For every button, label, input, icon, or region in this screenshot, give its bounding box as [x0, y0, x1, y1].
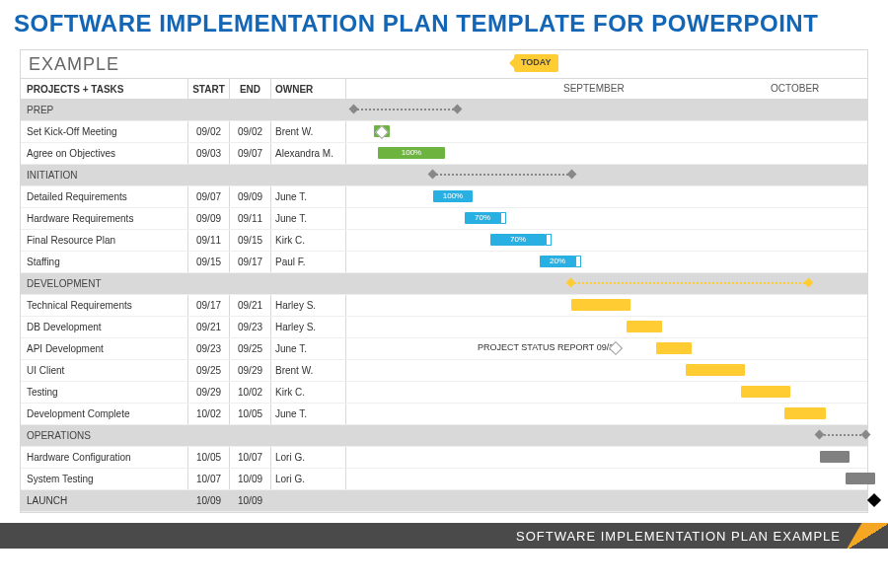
gantt-cell: 20%	[346, 252, 867, 272]
gantt-cell	[346, 100, 867, 120]
task-name: LAUNCH	[21, 490, 188, 511]
col-header-start: START	[188, 79, 230, 99]
task-owner: Harley S.	[271, 317, 346, 337]
gantt-cell: 70%	[346, 230, 867, 251]
summary-bar	[433, 174, 571, 176]
task-end: 09/21	[230, 295, 271, 316]
col-header-task: PROJECTS + TASKS	[21, 79, 188, 99]
gantt-bar	[627, 321, 662, 332]
task-end: 09/23	[230, 317, 271, 337]
task-start: 09/03	[188, 143, 230, 164]
gantt-bar	[571, 299, 630, 311]
task-name: DB Development	[21, 317, 188, 337]
footer-accent-icon	[847, 523, 888, 549]
task-start: 09/11	[188, 230, 230, 251]
task-end: 09/15	[230, 230, 271, 251]
gantt-cell	[346, 382, 867, 403]
milestone-icon	[867, 493, 881, 507]
today-marker: TODAY	[514, 54, 558, 72]
task-name: DEVELOPMENT	[21, 273, 188, 294]
task-owner: Brent W.	[271, 360, 346, 381]
gantt-area: 100%	[346, 143, 867, 164]
task-start: 09/09	[188, 208, 230, 229]
task-start	[188, 100, 230, 120]
gantt-bar	[846, 473, 875, 484]
task-start: 09/25	[188, 360, 230, 381]
task-end	[230, 273, 271, 294]
gantt-area	[346, 490, 867, 511]
status-report-label: PROJECT STATUS REPORT 09/20	[478, 342, 619, 352]
gantt-cell	[346, 165, 867, 185]
task-end: 10/09	[230, 490, 271, 511]
gantt-area	[346, 121, 867, 142]
task-name: Development Complete	[21, 404, 188, 424]
task-owner: Kirk C.	[271, 230, 346, 251]
task-row: Hardware Requirements09/0909/11June T.70…	[21, 208, 867, 230]
gantt-cell: 100%	[346, 143, 867, 164]
gantt-cell: 70%	[346, 208, 867, 229]
gantt-cell	[346, 447, 867, 468]
task-owner: Brent W.	[271, 121, 346, 142]
gantt-bar: 70%	[465, 212, 500, 224]
task-end: 10/05	[230, 404, 271, 424]
task-owner: June T.	[271, 338, 346, 359]
task-name: Testing	[21, 382, 188, 403]
task-owner: Harley S.	[271, 295, 346, 316]
task-owner: Paul F.	[271, 252, 346, 272]
gantt-bar-remaining	[575, 256, 581, 267]
gantt-area	[346, 404, 867, 424]
gantt-bar: 20%	[540, 256, 575, 267]
task-owner	[271, 425, 346, 446]
task-end	[230, 165, 271, 185]
task-end: 10/02	[230, 382, 271, 403]
gantt-bar-remaining	[500, 212, 506, 224]
task-row: Detailed Requirements09/0709/09June T.10…	[21, 186, 867, 208]
task-start: 09/15	[188, 252, 230, 272]
example-label: EXAMPLE	[21, 54, 346, 75]
gantt-area	[346, 165, 867, 185]
task-start: 09/29	[188, 382, 230, 403]
task-owner: Lori G.	[271, 447, 346, 468]
task-end: 09/02	[230, 121, 271, 142]
task-end: 09/11	[230, 208, 271, 229]
column-header-row: PROJECTS + TASKS START END OWNER SEPTEMB…	[21, 78, 867, 100]
gantt-cell	[346, 490, 867, 511]
timeline-header-zone: TODAY	[346, 50, 867, 78]
gantt-bar: 100%	[378, 147, 445, 159]
section-row: PREP	[21, 100, 867, 121]
task-owner	[271, 100, 346, 120]
task-start: 09/07	[188, 186, 230, 207]
task-row: Staffing09/1509/17Paul F.20%	[21, 252, 867, 273]
task-row: Technical Requirements09/1709/21Harley S…	[21, 295, 867, 317]
task-name: System Testing	[21, 469, 188, 489]
gantt-area	[346, 425, 867, 446]
task-start: 10/05	[188, 447, 230, 468]
task-name: PREP	[21, 100, 188, 120]
page-header: SOFTWARE IMPLEMENTATION PLAN TEMPLATE FO…	[0, 0, 888, 43]
gantt-area	[346, 317, 867, 337]
task-end	[230, 425, 271, 446]
task-owner: June T.	[271, 404, 346, 424]
gantt-area	[346, 469, 867, 489]
col-header-owner: OWNER	[271, 79, 346, 99]
task-end: 09/07	[230, 143, 271, 164]
gantt-area	[346, 295, 867, 316]
gantt-area: 70%	[346, 208, 867, 229]
task-name: Hardware Configuration	[21, 447, 188, 468]
section-row: INITIATION	[21, 165, 867, 186]
task-row: UI Client09/2509/29Brent W.	[21, 360, 867, 382]
task-owner	[271, 273, 346, 294]
task-owner: Kirk C.	[271, 382, 346, 403]
task-name: INITIATION	[21, 165, 188, 185]
task-owner	[271, 165, 346, 185]
gantt-area	[346, 382, 867, 403]
task-start: 10/09	[188, 490, 230, 511]
task-owner: Alexandra M.	[271, 143, 346, 164]
launch-row: LAUNCH10/0910/09	[21, 490, 867, 512]
task-name: Technical Requirements	[21, 295, 188, 316]
task-end: 09/29	[230, 360, 271, 381]
gantt-cell	[346, 425, 867, 446]
footer-text: SOFTWARE IMPLEMENTATION PLAN EXAMPLE	[516, 529, 841, 544]
col-header-timeline: SEPTEMBER OCTOBER	[346, 79, 867, 99]
gantt-cell	[346, 295, 867, 316]
